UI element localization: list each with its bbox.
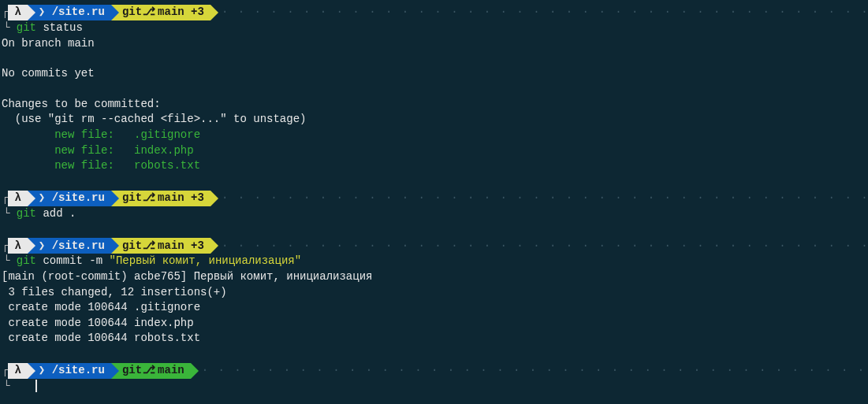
prompt-dots: · · · · · · · · · · · · · · · · · · · · … (210, 239, 868, 254)
output-line: On branch main (0, 36, 868, 52)
blank-line (0, 82, 868, 97)
lambda-icon: λ (14, 239, 20, 254)
git-label: git (122, 191, 142, 206)
prompt-seg-path: ❯ /site.ru (28, 363, 111, 379)
prompt-bracket-top: ┌ (0, 5, 8, 20)
cmd-git: git (17, 254, 36, 267)
cursor-icon (35, 380, 37, 392)
prompt-dots: · · · · · · · · · · · · · · · · · · · · … (210, 5, 868, 20)
prompt-line: ┌ λ ❯ /site.ru git ⎇ main +3 · · · · · ·… (0, 5, 868, 20)
path-text: /site.ru (52, 239, 105, 254)
git-dirty: +3 (191, 5, 204, 20)
blank-line (0, 221, 868, 236)
git-branch: main (158, 191, 184, 206)
nf: new file: (54, 144, 134, 157)
command-line[interactable]: └ git commit -m "Первый комит, инициализ… (0, 254, 868, 269)
prompt-seg-lambda: λ (8, 5, 27, 20)
output-line: new file: .gitignore (0, 128, 868, 143)
lambda-icon: λ (14, 363, 20, 379)
branch-icon: ⎇ (143, 239, 155, 254)
output-line: create mode 100644 robots.txt (0, 331, 868, 347)
prompt-line: ┌ λ ❯ /site.ru git ⎇ main · · · · · · · … (0, 363, 868, 379)
cmd-git: git (17, 21, 36, 34)
branch-icon: ⎇ (143, 5, 155, 20)
prompt-seg-path: ❯ /site.ru (28, 5, 111, 20)
command-line-active[interactable]: └ (0, 379, 868, 395)
git-dirty: +3 (191, 239, 204, 254)
caret-icon: ❯ (39, 363, 45, 379)
caret-icon: ❯ (39, 5, 45, 20)
cmd-sub-text: status (43, 21, 82, 34)
git-dirty: +3 (191, 191, 204, 206)
filename: .gitignore (134, 128, 200, 141)
output-line: 3 files changed, 12 insertions(+) (0, 285, 868, 301)
output-line: create mode 100644 index.php (0, 316, 868, 332)
caret-icon: ❯ (39, 239, 45, 254)
prompt-bracket-bottom: └ (2, 21, 9, 34)
prompt-line: ┌ λ ❯ /site.ru git ⎇ main +3 · · · · · ·… (0, 191, 868, 206)
branch-icon: ⎇ (143, 363, 155, 379)
command-line[interactable]: └ git status (0, 20, 868, 36)
prompt-seg-path: ❯ /site.ru (28, 191, 111, 206)
output-line: Changes to be committed: (0, 97, 868, 113)
nf: new file: (54, 128, 134, 141)
cmd-sub-text: add . (43, 207, 76, 220)
lambda-icon: λ (14, 191, 20, 206)
prompt-seg-git: git ⎇ main +3 (111, 238, 210, 254)
prompt-bracket-bottom: └ (2, 380, 9, 392)
caret-icon: ❯ (39, 191, 45, 206)
branch-icon: ⎇ (143, 191, 155, 206)
git-label: git (122, 363, 142, 379)
cmd-git: git (17, 207, 36, 220)
path-text: /site.ru (52, 363, 105, 379)
new-file-label: new file: .gitignore (2, 128, 200, 141)
command-line[interactable]: └ git add . (0, 206, 868, 222)
prompt-bracket-bottom: └ (2, 254, 9, 267)
blank-line (0, 347, 868, 361)
path-text: /site.ru (52, 5, 105, 20)
prompt-seg-git: git ⎇ main +3 (111, 5, 210, 20)
cmd-string: "Первый комит, инициализация" (109, 254, 301, 267)
git-branch: main (158, 363, 184, 379)
new-file-label: new file: robots.txt (2, 159, 200, 172)
prompt-seg-git: git ⎇ main +3 (111, 191, 210, 206)
prompt-seg-path: ❯ /site.ru (28, 238, 111, 254)
git-label: git (122, 5, 142, 20)
filename: index.php (134, 144, 194, 157)
git-label: git (122, 239, 142, 254)
prompt-line: ┌ λ ❯ /site.ru git ⎇ main +3 · · · · · ·… (0, 238, 868, 254)
output-line: create mode 100644 .gitignore (0, 300, 868, 316)
output-line: (use "git rm --cached <file>..." to unst… (0, 112, 868, 128)
prompt-bracket-top: ┌ (0, 239, 8, 254)
prompt-bracket-top: ┌ (0, 363, 8, 379)
lambda-icon: λ (14, 5, 20, 20)
nf: new file: (54, 159, 134, 172)
git-branch: main (158, 239, 184, 254)
prompt-seg-lambda: λ (8, 363, 27, 379)
output-line: No commits yet (0, 66, 868, 82)
prompt-bracket-bottom: └ (2, 207, 9, 220)
prompt-bracket-top: ┌ (0, 191, 8, 206)
git-branch: main (158, 5, 184, 20)
new-file-label: new file: index.php (2, 144, 194, 157)
prompt-seg-lambda: λ (8, 238, 27, 254)
cmd-sub-text: commit (43, 254, 82, 267)
cmd-flag: -m (89, 254, 102, 267)
output-line: [main (root-commit) acbe765] Первый коми… (0, 269, 868, 285)
output-line: new file: robots.txt (0, 158, 868, 174)
blank-line (0, 174, 868, 189)
filename: robots.txt (134, 159, 200, 172)
prompt-dots: · · · · · · · · · · · · · · · · · · · · … (191, 363, 868, 379)
prompt-seg-git-clean: git ⎇ main (111, 363, 191, 379)
blank-line (0, 51, 868, 66)
prompt-dots: · · · · · · · · · · · · · · · · · · · · … (210, 191, 868, 206)
prompt-seg-lambda: λ (8, 191, 27, 206)
output-line: new file: index.php (0, 143, 868, 159)
path-text: /site.ru (52, 191, 105, 206)
